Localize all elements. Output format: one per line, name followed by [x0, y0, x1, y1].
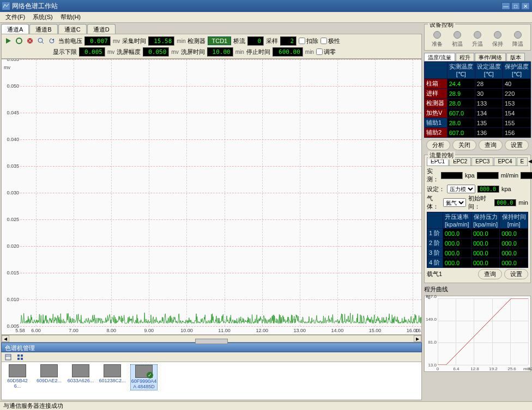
actual-label: 实测： [427, 167, 439, 183]
temp-设置-button[interactable]: 设置 [505, 140, 529, 150]
flow-查询-button[interactable]: 查询 [478, 269, 502, 279]
mode-select[interactable]: 压力模式 [447, 185, 475, 193]
wash-time-input[interactable] [207, 47, 233, 57]
spectral-item[interactable]: 601238C2... [99, 364, 126, 384]
led-indicator: 初温 [452, 31, 463, 48]
temp-row: 柱箱24.42840 [425, 79, 531, 89]
tab-channel-d[interactable]: 通道D [87, 24, 116, 34]
min-unit-1: min [177, 38, 185, 44]
list-view-icon[interactable] [4, 353, 13, 362]
led-indicator: 升温 [472, 31, 483, 48]
spectral-item-label: 6033A626... [67, 378, 94, 384]
svg-rect-9 [5, 354, 11, 360]
epc-tab[interactable]: EPC3 [471, 157, 493, 166]
temp-row: 辅助128.0135155 [425, 118, 531, 128]
main-chart[interactable]: mv0.0050.0100.0150.0200.0250.0300.0350.0… [1, 59, 422, 335]
tab-channel-a[interactable]: 通道A [1, 24, 29, 34]
lower-limit-label: 显示下限 [53, 48, 77, 56]
toolbar: 当前电压 mv 采集时间 min 检测器 TCD1 桥流 采样 扣除 极性 显示… [1, 34, 422, 59]
init-time-input[interactable] [494, 199, 516, 206]
menu-system[interactable]: 系统(S) [29, 12, 56, 22]
prog-curve-chart: 13.081.0149.0217.0℃ 06.412.819.225.632mi… [424, 296, 531, 372]
app-icon [2, 2, 10, 10]
spectral-item[interactable]: 60F9990A4A 48485D [130, 364, 158, 390]
device-control-group: 设备控制 准备初温升温保持降温 [424, 24, 531, 51]
set-label: 设定： [427, 185, 445, 193]
temp-分析-button[interactable]: 分析 [426, 140, 450, 150]
statusbar: 与通信服务器连接成功 [0, 401, 532, 410]
scroll-right-icon[interactable]: ▶ [414, 335, 421, 342]
gas-label: 气体： [427, 194, 441, 211]
kouchu-checkbox[interactable]: 扣除 [299, 37, 318, 45]
spectral-item[interactable]: 609DAE2... [35, 364, 63, 384]
tab-version[interactable]: 版本 [506, 53, 525, 61]
close-button[interactable]: ✕ [521, 2, 530, 10]
window-title: 网络色谱工作站 [12, 2, 500, 11]
tab-channel-c[interactable]: 通道C [58, 24, 87, 34]
actual-kpa-input [441, 172, 463, 179]
set-value-input[interactable] [477, 186, 499, 193]
actual-pct-input [521, 172, 532, 179]
bridge-label: 桥流 [233, 37, 245, 45]
stop-icon[interactable] [26, 36, 34, 45]
titlebar: 网络色谱工作站 — □ ✕ [0, 0, 532, 12]
carrier-label: 载气1 [427, 270, 442, 278]
device-icon [72, 364, 89, 377]
flow-设置-button[interactable]: 设置 [504, 269, 528, 279]
led-indicator: 准备 [432, 31, 443, 48]
chart-scrollbar[interactable]: ◀ ▶ [1, 335, 422, 342]
zoom-icon[interactable] [37, 36, 45, 45]
svg-rect-14 [21, 358, 23, 360]
tab-temp-flow[interactable]: 温度/流量 [424, 53, 455, 61]
jixing-checkbox[interactable]: 极性 [321, 37, 340, 45]
spectral-item-label: 60D5B426... [4, 378, 31, 389]
spectral-list: 60D5B426...609DAE2...6033A626...601238C2… [1, 362, 422, 400]
device-icon [40, 364, 58, 377]
stop-time-input[interactable] [273, 47, 303, 57]
led-dot-icon [494, 31, 501, 39]
menu-file[interactable]: 文件(F) [2, 12, 28, 22]
channel-tabs: 通道A 通道B 通道C 通道D [1, 24, 422, 34]
spectral-item[interactable]: 6033A626... [67, 364, 94, 384]
current-voltage-input[interactable] [84, 36, 111, 46]
spectral-item-label: 609DAE2... [35, 378, 63, 384]
led-dot-icon [433, 31, 441, 39]
acquire-time-input[interactable] [148, 36, 174, 46]
refresh-icon[interactable] [47, 36, 56, 45]
wash-time-label: 洗屏时间 [181, 48, 205, 56]
epc-tab[interactable]: E [517, 157, 528, 166]
scroll-left-icon[interactable]: ◀ [2, 335, 9, 342]
epc-tab[interactable]: EPC4 [494, 157, 516, 166]
tab-events[interactable]: 事件/网络 [475, 53, 506, 61]
svg-point-6 [38, 38, 43, 42]
grid-view-icon[interactable] [16, 353, 25, 362]
wash-amp-input[interactable] [143, 47, 169, 57]
scroll-thumb[interactable] [195, 339, 228, 344]
signal-trace [20, 310, 421, 326]
temperature-table: 实测温度[℃]设定温度[℃]保护温度[℃]柱箱24.42840进样28.9302… [424, 62, 531, 138]
maximize-button[interactable]: □ [511, 2, 520, 10]
flow-row: 1 阶000.0000.0000.0 [427, 229, 528, 238]
lower-limit-input[interactable] [79, 47, 105, 57]
bridge-input[interactable] [247, 36, 264, 46]
tab-prog-up[interactable]: 程升 [456, 53, 474, 61]
spectral-item-label: 601238C2... [99, 378, 126, 384]
spectral-toolbar [1, 352, 422, 362]
menubar: 文件(F) 系统(S) 帮助(H) [0, 12, 532, 23]
svg-line-7 [42, 42, 44, 44]
record-icon[interactable] [15, 36, 23, 45]
spectral-item[interactable]: 60D5B426... [4, 364, 31, 389]
tab-channel-b[interactable]: 通道B [29, 24, 57, 34]
temp-关闭-button[interactable]: 关闭 [452, 140, 476, 150]
temp-row: 辅助2607.0136156 [425, 128, 531, 138]
sample-input[interactable] [280, 36, 297, 46]
led-indicator: 保持 [492, 31, 503, 48]
minimize-button[interactable]: — [501, 2, 510, 10]
gas-select[interactable]: 氮气 [443, 198, 466, 207]
temp-查询-button[interactable]: 查询 [479, 140, 503, 150]
device-icon [135, 365, 153, 378]
led-dot-icon [514, 31, 522, 39]
play-icon[interactable] [4, 36, 13, 45]
menu-help[interactable]: 帮助(H) [57, 12, 84, 22]
tiaoling-checkbox[interactable]: 调零 [316, 48, 336, 56]
